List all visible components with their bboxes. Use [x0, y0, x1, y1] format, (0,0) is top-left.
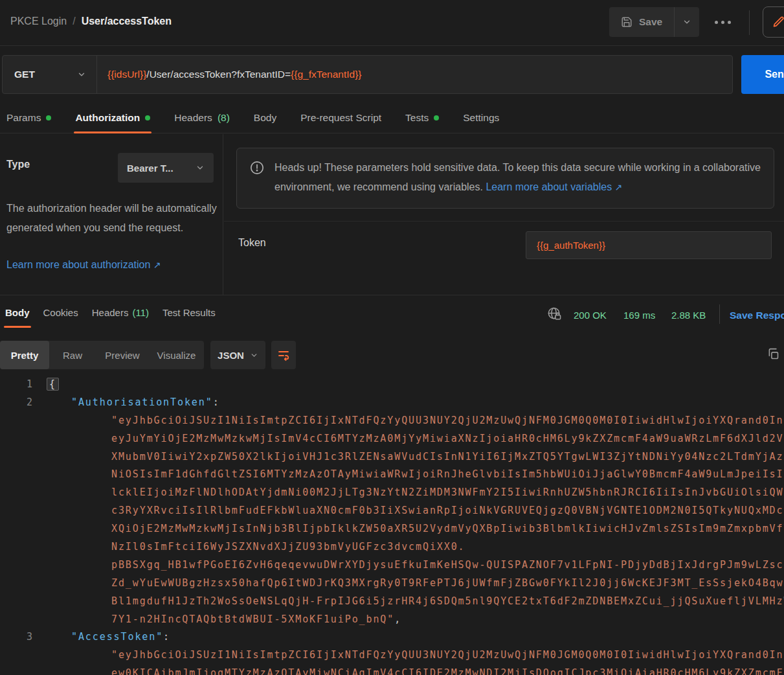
auth-type-value: Bearer T...	[127, 163, 174, 174]
code-line: Bl1mgdufH1JzTh2WoSsOeNSLqQjH-FrpIJG6i5jz…	[0, 593, 784, 611]
token-input[interactable]: {{g_authToken}}	[526, 231, 772, 259]
code-line: pBBSXgq_HB1wfPGoEI6ZvH6qeqevwuDWrXYDjysu…	[0, 556, 784, 575]
line-number	[0, 412, 34, 430]
line-number: 2	[0, 394, 34, 412]
edit-environment-button[interactable]	[763, 6, 784, 38]
ellipsis-icon	[715, 21, 718, 24]
view-tab-preview[interactable]: Preview	[96, 341, 149, 369]
more-actions-button[interactable]	[715, 21, 731, 24]
view-tab-visualize[interactable]: Visualize	[149, 341, 204, 369]
line-number	[0, 484, 34, 502]
postman-window: PKCE Login / User/accessToken Save	[0, 0, 784, 675]
tab-body[interactable]: Body	[254, 102, 276, 133]
chevron-down-icon	[682, 17, 691, 27]
meta-divider	[719, 304, 720, 324]
json-string-value: ew0KICAibmJmIjogMTYzMzAzOTAyMiwNCiAgImV4…	[111, 667, 784, 675]
url-input[interactable]: {{idsUrl}} /User/accessToken?fxTenantID=…	[97, 56, 732, 93]
code-line: NzIl0sImFtciI6WyJSZXNvdXJjZU93bmVyUGFzc3…	[0, 538, 784, 556]
line-number	[0, 448, 34, 466]
line-number	[0, 611, 34, 629]
code-line: ew0KICAibmJmIjogMTYzMzAzOTAyMiwNCiAgImV4…	[0, 665, 784, 675]
json-string-value: c3RyYXRvciIsIlRlbmFudEFkbWluaXN0cmF0b3Ii…	[111, 505, 784, 516]
json-key: "AccessToken"	[71, 631, 163, 643]
line-number	[0, 646, 34, 665]
code-line: 3"AccessToken":	[0, 628, 784, 646]
code-line: Zd_wYuEwWUBgzHzsx50hafQp6ItWDJrKQ3MXrgRy…	[0, 575, 784, 593]
breadcrumb-request-name[interactable]: User/accessToken	[82, 16, 172, 27]
view-tab-raw[interactable]: Raw	[49, 341, 96, 369]
auth-type-label: Type	[6, 159, 30, 170]
globe-lock-icon[interactable]	[547, 306, 562, 321]
auth-type-panel: Type Bearer T... The authorization heade…	[0, 134, 223, 295]
response-tab-body[interactable]: Body	[5, 295, 30, 329]
variables-learn-more-link[interactable]: Learn more about variables	[486, 181, 612, 192]
tab-authorization[interactable]: Authorization	[75, 102, 150, 133]
token-value: {{g_authToken}}	[537, 240, 605, 251]
code-line: "eyJhbGciOiJSUzI1NiIsImtpZCI6IjIxNTdFQzY…	[0, 646, 784, 665]
matched-brace: {	[47, 378, 59, 391]
line-number	[0, 556, 34, 575]
header-divider	[749, 10, 750, 35]
line-number: 3	[0, 628, 34, 646]
json-string-value: "eyJhbGciOiJSUzI1NiIsImtpZCI6IjIxNTdFQzY…	[111, 649, 784, 661]
line-number	[0, 466, 34, 484]
line-number: 1	[0, 376, 34, 394]
code-line: 2"AuthorisationToken":	[0, 394, 784, 412]
response-tabs: Body Cookies Headers (11) Test Results	[0, 295, 216, 329]
params-status-dot	[46, 115, 51, 120]
auth-learn-more-link[interactable]: Learn more about authorization ↗	[6, 259, 161, 271]
json-string-value: pBBSXgq_HB1wfPGoEI6ZvH6qeqevwuDWrXYDjysu…	[111, 559, 784, 571]
tab-settings[interactable]: Settings	[463, 102, 499, 133]
breadcrumb-collection[interactable]: PKCE Login	[10, 16, 67, 27]
response-headers-count-badge: (11)	[132, 307, 149, 318]
wrap-lines-button[interactable]	[271, 341, 296, 369]
response-tab-cookies[interactable]: Cookies	[43, 295, 78, 329]
response-time[interactable]: 169 ms	[623, 310, 655, 321]
request-header: PKCE Login / User/accessToken Save	[0, 0, 784, 46]
response-size[interactable]: 2.88 KB	[671, 310, 706, 321]
code-line: c3RyYXRvciIsIlRlbmFudEFkbWluaXN0cmF0b3Ii…	[0, 502, 784, 520]
json-string-value: NzIl0sImFtciI6WyJSZXNvdXJjZU93bmVyUGFzc3…	[111, 541, 465, 553]
tab-params[interactable]: Params	[6, 102, 51, 133]
tab-tests[interactable]: Tests	[405, 102, 439, 133]
response-view-switch: Pretty Raw Preview Visualize	[0, 341, 204, 369]
response-format-select[interactable]: JSON	[210, 341, 265, 369]
send-button-label: Send	[765, 69, 784, 80]
save-button[interactable]: Save	[609, 7, 674, 37]
response-tab-headers[interactable]: Headers (11)	[92, 295, 149, 329]
save-response-button[interactable]: Save Response	[730, 310, 784, 321]
url-variable-1: {{idsUrl}}	[107, 69, 146, 80]
view-tab-pretty[interactable]: Pretty	[0, 341, 49, 369]
json-string-value: Bl1mgdufH1JzTh2WoSsOeNSLqQjH-FrpIJG6i5jz…	[111, 595, 784, 607]
code-line: 7Y1-n2HIncQTAQbtBtdWBUI-5XMoKF1uiPo_bnQ"…	[0, 611, 784, 629]
json-string-value: eyJuYmYiOjE2MzMwMzkwMjIsImV4cCI6MTYzMzA0…	[111, 433, 784, 444]
sensitive-data-warning: Heads up! These parameters hold sensitiv…	[236, 148, 774, 209]
response-body-viewer[interactable]: 1{2"AuthorisationToken":"eyJhbGciOiJSUzI…	[0, 376, 784, 675]
method-select[interactable]: GET	[3, 56, 97, 93]
floppy-icon	[621, 16, 633, 28]
external-link-icon: ↗	[615, 182, 623, 192]
response-status-badge[interactable]: 200 OK	[574, 310, 607, 321]
authorization-status-dot	[145, 115, 150, 120]
alert-circle-icon	[250, 161, 264, 175]
tab-headers[interactable]: Headers (8)	[174, 102, 230, 133]
active-tab-underline	[74, 132, 151, 133]
code-line: eyJuYmYiOjE2MzMwMzkwMjIsImV4cCI6MTYzMzA0…	[0, 430, 784, 448]
tab-pre-request-script[interactable]: Pre-request Script	[300, 102, 381, 133]
tests-status-dot	[434, 115, 439, 120]
breadcrumb-separator: /	[73, 16, 75, 27]
copy-response-button[interactable]	[767, 347, 780, 361]
auth-type-select[interactable]: Bearer T...	[118, 153, 214, 183]
chevron-down-icon	[77, 70, 86, 79]
save-options-button[interactable]	[674, 7, 699, 37]
breadcrumb: PKCE Login / User/accessToken	[10, 16, 172, 27]
code-line: XQiOjE2MzMwMzkwMjIsInNjb3BlIjpbIklkZW50a…	[0, 520, 784, 538]
code-lines: 1{2"AuthorisationToken":"eyJhbGciOiJSUzI…	[0, 376, 784, 675]
line-number	[0, 430, 34, 448]
token-label: Token	[238, 237, 266, 249]
line-number	[0, 502, 34, 520]
response-tab-test-results[interactable]: Test Results	[162, 295, 216, 329]
line-number	[0, 538, 34, 556]
active-tab-underline	[4, 326, 31, 328]
send-button[interactable]: Send	[741, 55, 784, 94]
